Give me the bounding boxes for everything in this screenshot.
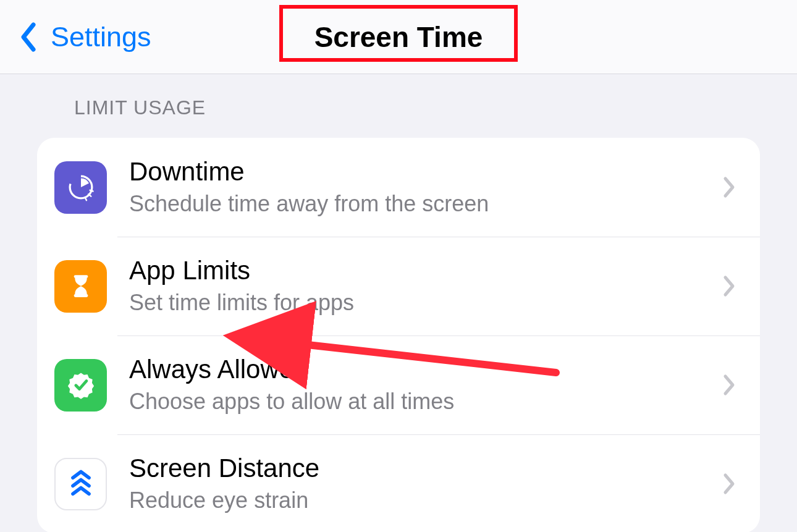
content: LIMIT USAGE Downtime Schedule time away … xyxy=(0,96,797,532)
chevron-right-icon xyxy=(723,176,735,198)
row-text: Downtime Schedule time away from the scr… xyxy=(129,158,711,216)
row-subtitle: Set time limits for apps xyxy=(129,289,711,316)
row-text: Screen Distance Reduce eye strain xyxy=(129,454,711,513)
row-downtime[interactable]: Downtime Schedule time away from the scr… xyxy=(37,138,760,237)
chevron-right-icon xyxy=(723,473,735,495)
back-label: Settings xyxy=(51,21,151,53)
row-app-limits[interactable]: App Limits Set time limits for apps xyxy=(37,237,760,336)
row-text: Always Allowed Choose apps to allow at a… xyxy=(129,355,711,414)
row-subtitle: Schedule time away from the screen xyxy=(129,190,711,217)
svg-rect-5 xyxy=(74,294,88,297)
back-button[interactable]: Settings xyxy=(19,0,151,74)
screen-distance-icon xyxy=(54,458,107,510)
row-subtitle: Choose apps to allow at all times xyxy=(129,388,711,415)
svg-rect-4 xyxy=(74,275,88,278)
row-title: App Limits xyxy=(129,256,711,285)
page-title: Screen Time xyxy=(314,20,483,54)
downtime-icon xyxy=(54,161,107,214)
row-title: Downtime xyxy=(129,158,711,186)
checkmark-seal-icon xyxy=(54,359,107,412)
row-title: Screen Distance xyxy=(129,454,711,483)
section-header-limit-usage: LIMIT USAGE xyxy=(74,96,760,119)
settings-group-limit-usage: Downtime Schedule time away from the scr… xyxy=(37,138,760,532)
svg-line-1 xyxy=(90,190,93,192)
chevron-right-icon xyxy=(723,275,735,297)
row-subtitle: Reduce eye strain xyxy=(129,487,711,513)
chevron-right-icon xyxy=(723,374,735,396)
navbar: Settings Screen Time xyxy=(0,0,797,74)
row-screen-distance[interactable]: Screen Distance Reduce eye strain xyxy=(37,434,760,532)
row-title: Always Allowed xyxy=(129,355,711,384)
row-text: App Limits Set time limits for apps xyxy=(129,256,711,315)
row-always-allowed[interactable]: Always Allowed Choose apps to allow at a… xyxy=(37,336,760,434)
hourglass-icon xyxy=(54,260,107,313)
chevron-left-icon xyxy=(19,22,37,52)
